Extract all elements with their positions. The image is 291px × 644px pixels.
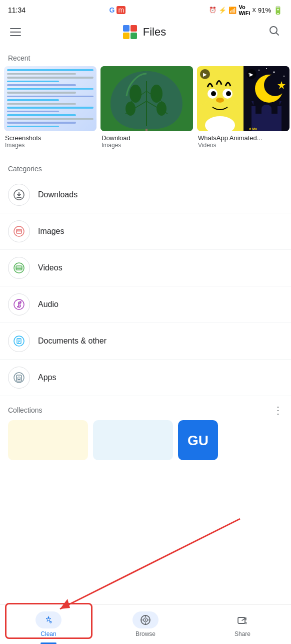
- recent-item-screenshots-label: Screenshots: [4, 134, 96, 142]
- recent-row: Screenshots Images: [0, 66, 291, 157]
- svg-point-8: [130, 85, 142, 103]
- svg-text:d Mu: d Mu: [249, 127, 257, 131]
- search-icon: [268, 25, 280, 37]
- audio-icon-wrap: [8, 293, 30, 315]
- bottom-nav: Clean Browse: [0, 604, 291, 644]
- nav-item-share[interactable]: Share: [194, 604, 291, 644]
- share-icon: [236, 613, 249, 626]
- nav-item-browse[interactable]: Browse: [97, 604, 194, 644]
- plant-thumb: [100, 66, 193, 131]
- svg-point-9: [150, 85, 162, 103]
- categories-list: Downloads Images: [0, 177, 291, 396]
- collection-card-2[interactable]: [93, 420, 173, 460]
- app-bar: Files: [0, 18, 291, 46]
- svg-point-17: [211, 91, 216, 96]
- collection-card-3[interactable]: GU: [178, 420, 218, 460]
- network-icon: X: [252, 7, 256, 13]
- category-apps[interactable]: Apps: [0, 360, 291, 396]
- recent-item-whatsapp[interactable]: ▶: [197, 66, 290, 149]
- recent-item-whatsapp-type: Videos: [197, 142, 290, 149]
- status-time: 11:34: [8, 6, 26, 14]
- svg-point-67: [145, 619, 146, 620]
- collections-more-button[interactable]: ⋮: [273, 404, 283, 416]
- play-icon-left: ▶: [200, 69, 210, 79]
- svg-rect-35: [278, 106, 282, 131]
- recent-item-download-label: Download: [100, 134, 193, 142]
- category-images[interactable]: Images: [0, 213, 291, 250]
- category-videos[interactable]: Videos: [0, 250, 291, 286]
- nav-item-clean[interactable]: Clean: [0, 604, 97, 644]
- svg-rect-57: [16, 375, 22, 381]
- svg-text:GU: GU: [188, 433, 208, 448]
- wifi-icon: 📶: [228, 7, 236, 14]
- collection-card-3-icon: GU: [183, 425, 213, 455]
- documents-icon-wrap: [8, 330, 30, 352]
- recent-item-download-type: Images: [100, 142, 193, 149]
- documents-icon: [13, 335, 25, 347]
- status-center-icons: G m: [109, 6, 126, 14]
- collection-card-1[interactable]: [8, 420, 88, 460]
- svg-rect-0: [123, 25, 130, 32]
- browse-icon-bg: [132, 611, 158, 628]
- app-bar-center: Files: [122, 24, 166, 40]
- menu-button[interactable]: [8, 26, 23, 38]
- status-bar: 11:34 G m ⏰ ⚡ 📶 VoWiFi X 91% 🔋: [0, 0, 291, 18]
- svg-line-5: [276, 33, 278, 36]
- category-audio[interactable]: Audio: [0, 286, 291, 323]
- svg-point-27: [266, 68, 267, 69]
- downloads-icon: [13, 189, 25, 201]
- app-logo: [122, 24, 138, 40]
- svg-rect-72: [238, 617, 245, 623]
- svg-point-24: [258, 70, 260, 71]
- alarm-icon: ⏰: [209, 7, 216, 14]
- images-icon-wrap: [8, 220, 30, 242]
- category-documents-label: Documents & other: [38, 337, 106, 346]
- svg-point-19: [216, 98, 224, 103]
- category-documents[interactable]: Documents & other: [0, 323, 291, 360]
- bluetooth-icon: ⚡: [218, 7, 226, 14]
- category-audio-label: Audio: [38, 300, 58, 309]
- apps-icon-wrap: [8, 367, 30, 389]
- svg-point-50: [20, 305, 21, 307]
- svg-point-49: [17, 306, 18, 307]
- share-icon-bg: [230, 611, 256, 628]
- search-button[interactable]: [265, 22, 283, 43]
- collections-row: GU: [0, 420, 291, 468]
- recent-item-download[interactable]: Download Images: [100, 66, 193, 149]
- svg-rect-2: [123, 33, 130, 39]
- svg-point-48: [14, 299, 24, 309]
- battery-text: 91%: [258, 7, 271, 14]
- svg-point-26: [284, 76, 284, 77]
- collections-title: Collections: [8, 406, 42, 414]
- svg-point-44: [14, 263, 24, 273]
- category-apps-label: Apps: [38, 373, 56, 382]
- images-icon: [13, 225, 25, 237]
- recent-section-header: Recent: [0, 46, 291, 66]
- svg-rect-1: [130, 25, 137, 32]
- svg-point-59: [18, 377, 20, 380]
- nav-clean-label: Clean: [40, 630, 56, 637]
- recent-item-screenshots[interactable]: Screenshots Images: [4, 66, 96, 149]
- nav-share-label: Share: [234, 630, 250, 637]
- browse-icon: [139, 613, 152, 626]
- recent-item-screenshots-type: Images: [4, 142, 96, 149]
- svg-rect-45: [16, 266, 22, 270]
- g-icon: G: [109, 6, 114, 14]
- svg-point-21: [234, 93, 242, 105]
- category-images-label: Images: [38, 227, 64, 236]
- clean-icon: [44, 613, 52, 626]
- svg-point-18: [226, 91, 231, 96]
- battery-icon: 🔋: [273, 6, 283, 15]
- category-downloads-label: Downloads: [38, 190, 78, 199]
- svg-point-14: [205, 116, 235, 131]
- svg-line-62: [60, 519, 240, 609]
- svg-rect-3: [130, 33, 137, 39]
- svg-point-43: [18, 230, 18, 231]
- whatsapp-thumb: ▶: [197, 66, 290, 131]
- m-icon: m: [116, 6, 126, 14]
- apps-icon: [13, 372, 25, 384]
- category-downloads[interactable]: Downloads: [0, 177, 291, 213]
- collections-header: Collections ⋮: [0, 396, 291, 420]
- svg-point-20: [198, 93, 206, 105]
- play-icon-right: ▶: [246, 69, 256, 79]
